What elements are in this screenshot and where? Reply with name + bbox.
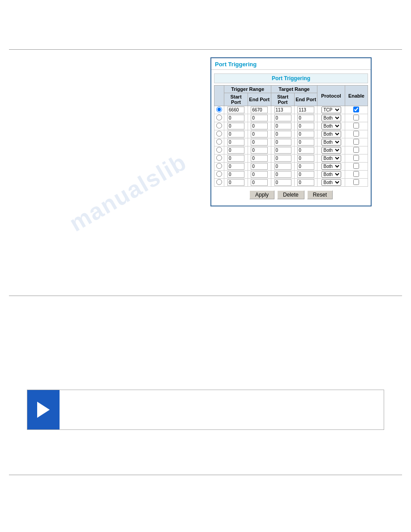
target-end-3[interactable] [297, 131, 314, 137]
target-end-4[interactable] [297, 139, 314, 146]
target-end-9[interactable] [297, 179, 314, 186]
note-content [60, 390, 384, 429]
row-radio-4[interactable] [216, 139, 222, 145]
protocol-select-7[interactable]: TCPUDPBoth [321, 163, 341, 170]
enable-checkbox-3[interactable] [353, 131, 359, 137]
col-header-target: Target Range [271, 86, 317, 93]
row-radio-8[interactable] [216, 171, 222, 177]
target-end-2[interactable] [297, 123, 314, 129]
protocol-select-0[interactable]: TCPUDPBoth [321, 107, 341, 113]
trigger-start-5[interactable] [227, 147, 244, 154]
row-radio-0[interactable] [216, 107, 222, 112]
enable-checkbox-2[interactable] [353, 123, 359, 129]
reset-button[interactable]: Reset [307, 190, 333, 199]
port-triggering-panel: Port Triggering Port Triggering Trigger … [210, 57, 372, 206]
enable-checkbox-0[interactable] [353, 107, 359, 112]
col-header-trigger-start: Start Port [224, 93, 248, 106]
divider-mid [9, 296, 402, 296]
enable-checkbox-7[interactable] [353, 163, 359, 169]
col-header-protocol: Protocol [317, 86, 345, 106]
row-radio-6[interactable] [216, 155, 222, 161]
trigger-end-8[interactable] [251, 171, 268, 178]
target-start-0[interactable] [274, 107, 291, 113]
apply-button[interactable]: Apply [249, 190, 274, 199]
trigger-start-2[interactable] [227, 123, 244, 129]
target-start-6[interactable] [274, 155, 291, 162]
protocol-select-8[interactable]: TCPUDPBoth [321, 171, 341, 178]
enable-checkbox-4[interactable] [353, 139, 359, 145]
col-header-trigger-end: End Port [248, 93, 271, 106]
target-start-8[interactable] [274, 171, 291, 178]
target-end-7[interactable] [297, 163, 314, 170]
trigger-start-4[interactable] [227, 139, 244, 146]
row-radio-9[interactable] [216, 179, 222, 185]
enable-checkbox-5[interactable] [353, 147, 359, 153]
col-header-target-end: End Port [295, 93, 317, 106]
col-header-enable: Enable [345, 86, 368, 106]
trigger-end-4[interactable] [251, 139, 268, 146]
port-triggering-table: Trigger Range Target Range Protocol Enab… [214, 85, 368, 187]
trigger-start-6[interactable] [227, 155, 244, 162]
divider-top [9, 49, 402, 50]
delete-button[interactable]: Delete [277, 190, 304, 199]
section-header: Port Triggering [214, 73, 368, 83]
target-start-3[interactable] [274, 131, 291, 137]
protocol-select-3[interactable]: TCPUDPBoth [321, 131, 341, 137]
trigger-end-9[interactable] [251, 179, 268, 186]
col-header-target-start: Start Port [271, 93, 294, 106]
arrow-icon [37, 402, 50, 418]
target-end-1[interactable] [297, 115, 314, 121]
row-radio-1[interactable] [216, 115, 222, 120]
panel-title: Port Triggering [211, 58, 371, 70]
protocol-select-9[interactable]: TCPUDPBoth [321, 179, 341, 186]
row-radio-3[interactable] [216, 131, 222, 137]
target-start-2[interactable] [274, 123, 291, 129]
trigger-start-8[interactable] [227, 171, 244, 178]
row-radio-7[interactable] [216, 163, 222, 169]
target-start-4[interactable] [274, 139, 291, 146]
trigger-start-1[interactable] [227, 115, 244, 121]
divider-bot [9, 475, 402, 475]
note-icon-box [27, 390, 60, 429]
target-end-5[interactable] [297, 147, 314, 154]
target-start-5[interactable] [274, 147, 291, 154]
trigger-end-0[interactable] [251, 107, 268, 113]
button-row: Apply Delete Reset [214, 190, 368, 202]
target-start-1[interactable] [274, 115, 291, 121]
trigger-end-3[interactable] [251, 131, 268, 137]
enable-checkbox-9[interactable] [353, 179, 359, 185]
target-end-8[interactable] [297, 171, 314, 178]
enable-checkbox-6[interactable] [353, 155, 359, 161]
protocol-select-5[interactable]: TCPUDPBoth [321, 147, 341, 154]
trigger-start-9[interactable] [227, 179, 244, 186]
col-header-trigger: Trigger Range [224, 86, 271, 93]
trigger-end-5[interactable] [251, 147, 268, 154]
protocol-select-2[interactable]: TCPUDPBoth [321, 123, 341, 129]
col-header-select [214, 86, 224, 106]
target-end-0[interactable] [297, 107, 314, 113]
trigger-start-7[interactable] [227, 163, 244, 170]
trigger-end-6[interactable] [251, 155, 268, 162]
trigger-end-1[interactable] [251, 115, 268, 121]
protocol-select-6[interactable]: TCPUDPBoth [321, 155, 341, 162]
row-radio-2[interactable] [216, 123, 222, 129]
enable-checkbox-8[interactable] [353, 171, 359, 177]
trigger-end-7[interactable] [251, 163, 268, 170]
protocol-select-1[interactable]: TCPUDPBoth [321, 115, 341, 121]
watermark: manualslib [65, 148, 192, 237]
target-end-6[interactable] [297, 155, 314, 162]
protocol-select-4[interactable]: TCPUDPBoth [321, 139, 341, 146]
enable-checkbox-1[interactable] [353, 115, 359, 120]
trigger-start-0[interactable] [227, 107, 244, 113]
target-start-7[interactable] [274, 163, 291, 170]
note-box [27, 390, 384, 430]
target-start-9[interactable] [274, 179, 291, 186]
row-radio-5[interactable] [216, 147, 222, 153]
trigger-end-2[interactable] [251, 123, 268, 129]
trigger-start-3[interactable] [227, 131, 244, 137]
